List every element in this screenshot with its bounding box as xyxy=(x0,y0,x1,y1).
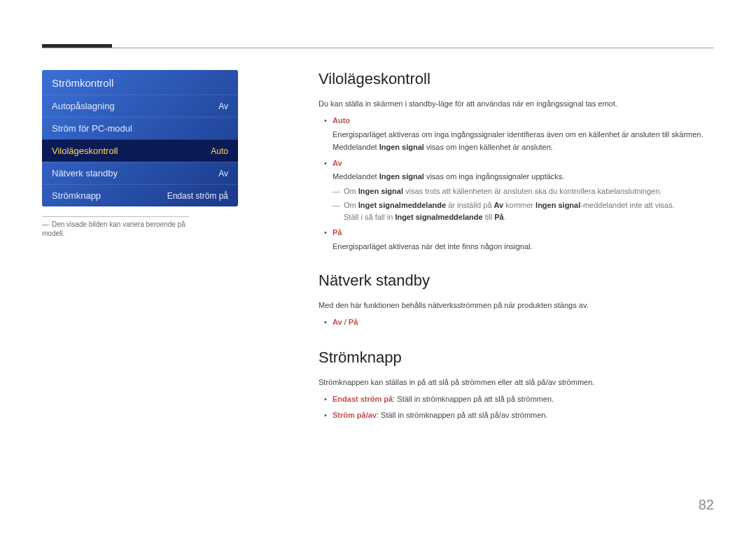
text-fragment: -meddelandet inte att visas. xyxy=(580,201,675,209)
bullet-list: Auto Energisparläget aktiveras om inga i… xyxy=(318,115,714,252)
section-vilolageskontroll: Vilolägeskontroll Du kan ställa in skärm… xyxy=(318,70,714,252)
option-label: Ström på/av xyxy=(332,411,377,419)
right-column: Vilolägeskontroll Du kan ställa in skärm… xyxy=(318,70,714,442)
text-fragment: Om xyxy=(344,201,358,209)
section-natverk-standby: Nätverk standby Med den här funktionen b… xyxy=(318,272,714,329)
bullet-strom-pa-av: Ström på/av: Ställ in strömknappen på at… xyxy=(332,409,714,422)
text-fragment: visas trots att källenheten är ansluten … xyxy=(403,187,662,195)
menu-title: Strömkontroll xyxy=(42,70,238,94)
section-title: Nätverk standby xyxy=(318,272,714,290)
section-stromknapp: Strömknapp Strömknappen kan ställas in p… xyxy=(318,349,714,422)
bullet-list: Endast ström på: Ställ in strömknappen p… xyxy=(318,393,714,422)
option-text: : Ställ in strömknappen på att slå på st… xyxy=(393,395,554,403)
text-fragment: kommer xyxy=(503,201,536,209)
text-fragment: till xyxy=(483,213,495,221)
menu-value: Av xyxy=(218,101,228,111)
bold-term: Inget signalmeddelande xyxy=(358,201,446,209)
menu-value: Endast ström på xyxy=(167,191,228,201)
text-fragment: visas om inga ingångssignaler upptäcks. xyxy=(424,172,565,181)
bullet-av: Av Meddelandet Ingen signal visas om ing… xyxy=(332,157,714,223)
header-divider xyxy=(42,48,714,48)
bold-term: Ingen signal xyxy=(379,172,424,181)
menu-label: Autopåslagning xyxy=(52,101,115,111)
option-label: Endast ström på xyxy=(332,395,393,403)
menu-value: Av xyxy=(218,169,228,178)
option-label-av: Av xyxy=(332,159,342,167)
menu-row-strom-pc-modul: Ström för PC-modul xyxy=(42,117,238,139)
header-tab-marker xyxy=(42,44,112,48)
left-column: Strömkontroll Autopåslagning Av Ström fö… xyxy=(42,70,238,238)
menu-row-natverk-standby: Nätverk standby Av xyxy=(42,162,238,184)
option-label-auto: Auto xyxy=(332,116,350,125)
bullet-pa: På Energisparläget aktiveras när det int… xyxy=(332,227,714,252)
text-fragment: Om xyxy=(344,187,358,195)
menu-row-stromknapp: Strömknapp Endast ström på xyxy=(42,184,238,206)
sub-note: Om Inget signalmeddelande är inställd på… xyxy=(344,199,714,223)
text-fragment: visas om ingen källenhet är ansluten. xyxy=(424,143,553,151)
bullet-endast-strom-pa: Endast ström på: Ställ in strömknappen p… xyxy=(332,393,714,406)
bullet-list: Av / På xyxy=(318,316,714,329)
option-label-av: Av xyxy=(332,318,342,326)
menu-row-autopaslagning: Autopåslagning Av xyxy=(42,94,238,117)
option-label-pa: På xyxy=(349,318,358,326)
separator: / xyxy=(342,318,349,326)
menu-value: Auto xyxy=(211,146,228,156)
bold-term: På xyxy=(494,213,503,221)
text-fragment: Ställ i så fall in xyxy=(344,213,395,221)
menu-label: Ström för PC-modul xyxy=(52,123,132,134)
option-desc: Meddelandet Ingen signal visas om ingen … xyxy=(332,141,714,153)
menu-label: Vilolägeskontroll xyxy=(52,146,118,156)
menu-row-vilolageskontroll: Vilolägeskontroll Auto xyxy=(42,139,238,162)
text-fragment: är inställd på xyxy=(446,201,493,209)
text-fragment: Meddelandet xyxy=(332,172,379,181)
menu-label: Nätverk standby xyxy=(52,168,118,178)
option-label-pa: På xyxy=(332,228,342,237)
bullet-auto: Auto Energisparläget aktiveras om inga i… xyxy=(332,115,714,153)
text-fragment: . xyxy=(504,213,506,221)
bold-term: Av xyxy=(494,201,504,209)
bold-term: Inget signalmeddelande xyxy=(395,213,482,221)
section-intro: Med den här funktionen behålls nätverkss… xyxy=(318,301,714,309)
footnote-text: Den visade bilden kan variera beroende p… xyxy=(42,220,186,237)
section-title: Strömknapp xyxy=(318,349,714,367)
option-desc: Energisparläget aktiveras när det inte f… xyxy=(332,241,714,253)
sub-note: Om Ingen signal visas trots att källenhe… xyxy=(344,185,714,197)
bold-term: Ingen signal xyxy=(379,143,424,151)
option-desc: Energisparläget aktiveras om inga ingång… xyxy=(332,129,714,141)
image-footnote: ―Den visade bilden kan variera beroende … xyxy=(42,216,189,238)
text-fragment: Meddelandet xyxy=(332,143,379,151)
section-title: Vilolägeskontroll xyxy=(318,70,714,88)
bold-term: Ingen signal xyxy=(358,187,403,195)
option-text: : Ställ in strömknappen på att slå på/av… xyxy=(377,411,548,419)
section-intro: Strömknappen kan ställas in på att slå p… xyxy=(318,378,714,386)
section-intro: Du kan ställa in skärmen i standby-läge … xyxy=(318,99,714,108)
menu-panel: Strömkontroll Autopåslagning Av Ström fö… xyxy=(42,70,238,206)
option-desc: Meddelandet Ingen signal visas om inga i… xyxy=(332,171,714,183)
bullet-av-pa: Av / På xyxy=(332,316,714,329)
bold-term: Ingen signal xyxy=(536,201,580,209)
menu-label: Strömknapp xyxy=(52,190,101,201)
page-number: 82 xyxy=(699,497,714,513)
footnote-dash: ― xyxy=(42,220,49,229)
